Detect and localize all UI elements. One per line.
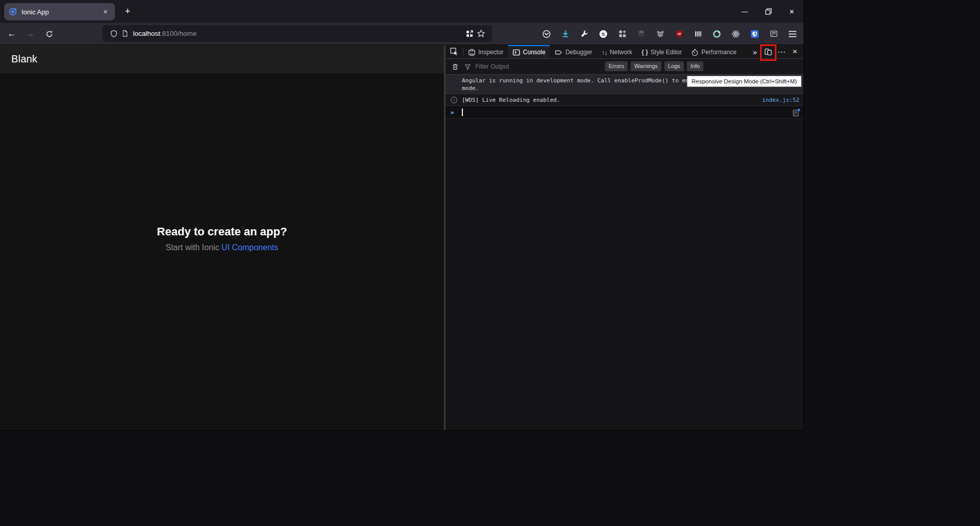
browser-window: Ionic App ✕ + — ✕ ← → — [0, 0, 804, 430]
devtools-tab-network[interactable]: ↑↓ Network — [597, 45, 637, 58]
reload-button[interactable] — [41, 26, 57, 42]
tab-label: Console — [523, 49, 545, 56]
monkey-extension-icon[interactable] — [651, 26, 670, 42]
tab-label: Inspector — [478, 49, 503, 56]
devtools-tab-debugger[interactable]: Debugger — [550, 45, 597, 58]
svg-text:S: S — [602, 31, 605, 36]
pick-element-icon — [450, 48, 458, 56]
tab-close-icon[interactable]: ✕ — [100, 7, 110, 17]
trash-icon — [452, 63, 459, 71]
window-controls: — ✕ — [733, 0, 804, 23]
window-close-button[interactable]: ✕ — [780, 0, 804, 23]
source-location-link[interactable]: index.js:52 — [762, 96, 799, 104]
devtools-toolbar-buttons: » ⋯ ✕ — [748, 45, 801, 58]
browser-tab-ionic-app[interactable]: Ionic App ✕ — [4, 3, 115, 20]
performance-icon — [691, 49, 699, 56]
reload-icon — [46, 30, 53, 38]
bookmark-star-icon[interactable] — [475, 28, 486, 39]
console-filter-bar: Filter Output Errors Warnings Logs Info … — [446, 59, 804, 75]
page-heading: Ready to create an app? — [0, 225, 444, 238]
forward-button[interactable]: → — [22, 26, 38, 42]
filter-warnings-button[interactable]: Warnings — [631, 61, 661, 71]
devtools-tab-style-editor[interactable]: { } Style Editor — [637, 45, 686, 58]
devtools-close-button[interactable]: ✕ — [788, 45, 801, 58]
url-text[interactable]: localhost:8100/home — [133, 30, 197, 37]
open-editor-mode-button[interactable] — [792, 108, 801, 117]
devtools-panel: Inspector Console Debugger ↑↓ — [446, 45, 804, 430]
console-message-text: [WDS] Live Reloading enabled. — [462, 96, 748, 104]
pocket-extension-icon[interactable] — [537, 26, 556, 42]
page-info-icon[interactable] — [119, 28, 130, 39]
grid-plus-extension-icon[interactable] — [613, 26, 632, 42]
ublock-origin-extension-icon[interactable]: uO — [670, 26, 688, 42]
ionic-favicon-icon — [9, 8, 17, 16]
tab-strip: Ionic App ✕ + — ✕ — [0, 0, 804, 23]
filter-info-button[interactable]: Info — [687, 61, 703, 71]
web-page-viewport: Blank Ready to create an app? Start with… — [0, 45, 444, 430]
downloads-icon[interactable] — [556, 26, 575, 42]
back-button[interactable]: ← — [4, 26, 20, 42]
tab-label: Debugger — [565, 49, 592, 56]
filter-funnel-icon — [462, 60, 473, 73]
url-path: :8100/home — [160, 30, 196, 37]
braces-icon: { } — [641, 49, 648, 56]
devtools-tab-performance[interactable]: Performance — [686, 45, 741, 58]
navigation-toolbar: ← → localhost:8100/home — [0, 23, 804, 45]
ui-components-link[interactable]: UI Components — [221, 243, 278, 252]
responsive-design-mode-tooltip: Responsive Design Mode (Ctrl+Shift+M) — [687, 76, 801, 87]
tracking-shield-icon[interactable] — [108, 28, 119, 39]
url-host: localhost — [133, 30, 160, 37]
devtools-meatball-menu-button[interactable]: ⋯ — [775, 45, 788, 58]
console-filter-toggles: Errors Warnings Logs Info — [605, 61, 703, 71]
message-gutter: i — [450, 96, 462, 103]
editor-mode-icon — [792, 108, 800, 117]
app-menu-hamburger-icon[interactable] — [783, 26, 802, 42]
bitwarden-extension-icon[interactable] — [745, 26, 764, 42]
message-gutter — [450, 77, 462, 77]
console-message-row[interactable]: i [WDS] Live Reloading enabled. index.js… — [446, 94, 804, 106]
devtools-tab-console[interactable]: Console — [508, 45, 550, 58]
tutorial-highlight-box — [760, 45, 776, 61]
ionic-toolbar: Blank — [0, 45, 444, 73]
stylus-extension-icon[interactable]: S — [594, 26, 613, 42]
tab-label: Style Editor — [651, 49, 682, 56]
network-arrows-icon: ↑↓ — [602, 49, 607, 56]
window-minimize-button[interactable]: — — [733, 0, 756, 23]
pick-element-button[interactable] — [446, 45, 463, 58]
desktop-background: Ionic App ✕ + — ✕ ← → — [0, 0, 980, 526]
debugger-icon — [554, 49, 563, 56]
devtools-tab-inspector[interactable]: Inspector — [463, 45, 508, 58]
page-title: Blank — [11, 53, 37, 65]
info-icon: i — [451, 97, 457, 103]
wrench-extension-icon[interactable] — [575, 26, 594, 42]
devtools-toolbox-tabbar: Inspector Console Debugger ↑↓ — [446, 45, 804, 59]
fence-extension-icon[interactable] — [688, 26, 707, 42]
subtitle-text: Start with Ionic — [166, 243, 221, 252]
ionic-welcome-block: Ready to create an app? Start with Ionic… — [0, 225, 444, 252]
page-subtitle: Start with Ionic UI Components — [0, 243, 444, 252]
window-restore-button[interactable] — [756, 0, 780, 23]
inspector-icon — [468, 49, 476, 56]
tab-title: Ionic App — [21, 8, 100, 16]
filter-output-input[interactable]: Filter Output — [475, 63, 509, 70]
url-bar[interactable]: localhost:8100/home — [102, 25, 492, 42]
containers-grid-icon[interactable] — [464, 28, 475, 39]
responsive-design-mode-button[interactable] — [762, 45, 775, 58]
svg-text:uO: uO — [677, 32, 681, 35]
card-extension-icon[interactable] — [764, 26, 783, 42]
react-atom-extension-icon[interactable] — [726, 26, 745, 42]
filter-logs-button[interactable]: Logs — [664, 61, 684, 71]
console-icon — [513, 49, 520, 56]
console-input-row[interactable]: » — [446, 106, 804, 119]
clear-console-trash-button[interactable] — [449, 60, 462, 73]
cube-extension-icon[interactable] — [632, 26, 651, 42]
filter-errors-button[interactable]: Errors — [605, 61, 628, 71]
new-tab-button[interactable]: + — [121, 5, 135, 18]
extension-toolbar: S — [537, 23, 802, 45]
tab-label: Performance — [701, 49, 737, 56]
green-ring-extension-icon[interactable] — [707, 26, 726, 42]
tab-label: Network — [610, 49, 632, 56]
text-cursor — [462, 108, 463, 116]
console-prompt-icon: » — [450, 108, 458, 116]
